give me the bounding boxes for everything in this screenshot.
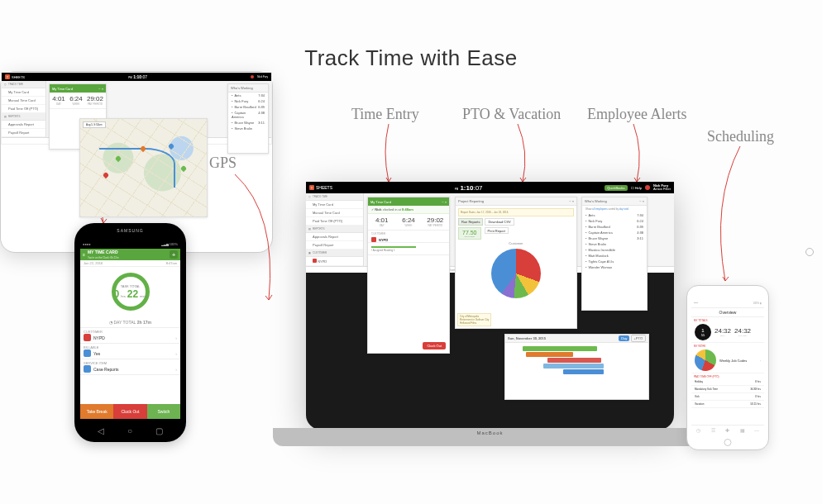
clock: PM 1:10:07 [128,74,147,79]
billable-field[interactable]: BILLABLE Yes › [80,344,180,359]
whos-working-row[interactable]: Steve Brulin [228,126,268,131]
map-panel[interactable]: Aug 5, 9:50am [79,118,208,217]
clock-icon: ◷ [308,195,311,198]
whos-working-row[interactable]: Barre Bradford6:39 [228,104,268,110]
whos-working-row[interactable]: Elastica Incredible [582,247,647,253]
clock-out-button[interactable]: Clock Out [423,342,446,349]
service-item-field[interactable]: SERVICE ITEM Case Reports › [80,359,180,375]
alert-dot-icon[interactable] [645,185,650,190]
customer-field[interactable]: CUSTOMER NYPD › [80,328,180,344]
nav-my-time-card[interactable]: My Time Card [2,88,45,97]
schedule-bar[interactable] [543,364,604,368]
filter-employees-link[interactable]: all employees [592,207,607,211]
take-break-button[interactable]: Take Break [80,404,113,419]
chevron-right-icon: › [175,367,177,372]
tab-timesheets[interactable]: ☰ [706,426,721,435]
customer-dot-icon [84,334,91,341]
report-date-range: Report Dates: Jan 17, 2016 – Jan 23, 201… [458,208,574,216]
totals-badge: 1 55 [695,324,711,340]
nav-manual-time[interactable]: Manual Time Card [2,97,45,105]
timecard-subtitle: You're on the Clock: 0h 22m [88,256,119,259]
phone-nav-keys: ◁ ○ ▢ [74,426,186,435]
page-title: Track Time with Ease [0,45,822,71]
schedule-bar[interactable] [526,352,573,357]
billable-dot-icon [84,349,91,357]
schedule-bar[interactable] [563,369,604,374]
add-pto-button[interactable]: +PTO [631,335,647,342]
nav-payroll[interactable]: Payroll Report [2,129,45,137]
whos-working-row[interactable]: Ants7:34 [582,212,647,218]
iphone-device: •••••100% ▮ Overview MY TOTALS 1 55 24:3… [686,285,769,450]
whos-working-row[interactable]: Barre Bradford6:39 [582,224,647,230]
clock-out-button[interactable]: Clock Out [113,404,146,419]
nav-approvals[interactable]: Approvals Report [306,233,363,241]
recent-icon[interactable]: ▢ [155,426,163,435]
nav-payroll[interactable]: Payroll Report [306,241,363,250]
whos-working-row[interactable]: Captain America4:38 [582,230,647,235]
whos-working-row[interactable]: Captain America4:38 [228,110,268,120]
tab-more[interactable]: ⋯ [749,426,764,435]
nav-pto[interactable]: Paid Time Off (PTO) [2,105,45,113]
nav-section-track-time: ◷ TRACK TIME [2,81,45,88]
whos-working-row[interactable]: Tights Cape A Us [582,259,647,264]
whos-working-row[interactable]: Nick Fury6:24 [228,98,268,104]
phone-brand: SAMSUNG [74,228,186,233]
schedule-panel: Sun, November 30, 2015 Day +PTO [504,334,649,400]
app-topbar: T SHEETS PM 1:10:07 Nick Fury [2,73,271,81]
callout-alerts: Employee Alerts [587,106,686,123]
sidebar: ◷ TRACK TIME My Time Card Manual Time Ca… [2,81,46,137]
nav-customer-nypd[interactable]: NYPD [306,257,363,266]
whos-working-row[interactable]: Steve Brulin [582,241,647,247]
download-csv-button[interactable]: Download CSV [485,218,514,226]
panel-controls[interactable]: − × [442,200,447,204]
whos-working-row[interactable]: Matt Murdock [582,253,647,259]
customer-dot-icon [371,237,376,242]
chevron-right-icon: › [175,351,177,356]
whos-working-row[interactable]: Wonder Woman [582,264,647,270]
whos-working-row[interactable]: Bruce Wayne3:11 [228,120,268,126]
whos-working-row[interactable]: Ants7:34 [228,93,268,98]
sidebar: ◷ TRACK TIME My Time Card Manual Time Ca… [306,193,364,266]
tab-overview[interactable]: ◷ [691,426,706,435]
chevron-right-icon[interactable]: › [760,359,761,363]
back-icon[interactable]: ◁ [98,426,104,435]
tab-schedule[interactable]: ▦ [735,426,750,435]
callout-pto: PTO & Vacation [462,106,561,123]
nav-approvals[interactable]: Approvals Report [2,121,45,129]
iphone-home-button[interactable] [724,439,732,446]
weekly-jobcodes-pie [695,349,716,371]
view-day-button[interactable]: Day [619,335,629,341]
phone-device: SAMSUNG ●●●●▂▃▅ 100% ≡ MY TIME CARD You'… [74,223,186,442]
project-reporting-panel: Project Reporting − × Report Dates: Jan … [455,197,577,329]
whos-working-row[interactable]: Bruce Wayne3:11 [582,235,647,241]
timecard-title: MY TIME CARD [88,250,118,254]
whos-working-row[interactable]: Nick Fury6:24 [582,218,647,224]
home-icon[interactable]: ○ [127,426,132,435]
schedule-bar[interactable] [523,346,597,351]
callout-scheduling: Scheduling [707,128,774,145]
quickbooks-button[interactable]: QuickBooks [605,185,627,191]
nav-my-time-card[interactable]: My Time Card [306,201,363,209]
pto-row: Vacation50.15 hrs [691,401,764,408]
nav-manual-time[interactable]: Manual Time Card [306,209,363,217]
panel-controls[interactable]: − × [639,199,644,203]
day-total-row: ◔ DAY TOTAL 2h 17m [80,316,180,328]
run-reports-button[interactable]: Run Reports [458,218,483,226]
print-report-button[interactable]: Print Report [485,227,509,234]
tablet-home-button[interactable] [805,248,814,256]
tab-track[interactable]: ✚ [720,426,735,435]
add-button[interactable]: + [170,250,178,259]
schedule-bar[interactable] [547,358,601,363]
brand-logo-icon: T [5,74,10,79]
close-icon[interactable]: − × [98,87,103,91]
schedule-timeline[interactable] [505,343,648,378]
alert-dot-icon[interactable] [251,75,254,78]
filter-sort-link[interactable]: day total [619,207,628,211]
overview-title: Overview [691,308,764,317]
user-name[interactable]: Nick Fury [257,75,268,78]
help-link[interactable]: ☐ Help [631,186,642,190]
switch-button[interactable]: Switch [147,404,180,419]
arrow-alerts [628,122,645,184]
nav-pto[interactable]: Paid Time Off (PTO) [306,217,363,226]
panel-controls[interactable]: − × [569,199,574,203]
